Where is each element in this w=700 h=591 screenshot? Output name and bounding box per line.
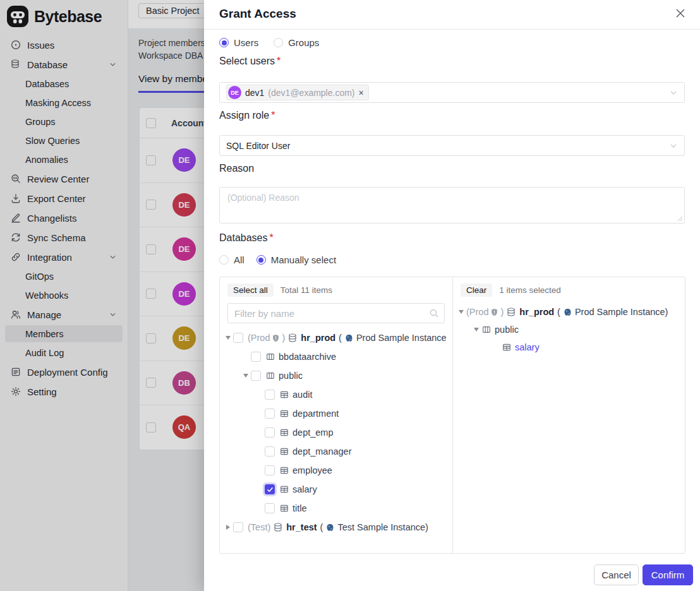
caret-down-icon[interactable] — [474, 328, 479, 331]
tree-checkbox-employee[interactable] — [265, 465, 275, 475]
cancel-button[interactable]: Cancel — [594, 564, 639, 585]
tree-row-dept-emp[interactable]: dept_emp — [223, 423, 452, 442]
grant-access-modal: Grant Access Users Groups Select users* … — [204, 0, 700, 591]
tree-checkbox-title[interactable] — [265, 503, 275, 513]
instance-label: (Test Sample Instance) — [320, 522, 428, 532]
modal-title: Grant Access — [219, 7, 296, 21]
total-items-text: Total 11 items — [281, 285, 332, 295]
required-asterisk: * — [271, 110, 275, 121]
chevron-down-icon — [669, 141, 678, 150]
remove-chip-icon[interactable]: × — [359, 88, 364, 98]
schema-icon — [265, 352, 275, 362]
assign-role-value: SQL Editor User — [226, 141, 290, 151]
radio-dot — [219, 255, 229, 265]
instance-label: (Prod Sample Instance — [339, 333, 447, 343]
transfer-target-pane: Clear 1 items selected (Prod)hr_prod(Pro… — [453, 277, 685, 553]
reason-label: Reason — [219, 163, 254, 174]
caret-down-icon[interactable] — [243, 374, 248, 378]
tree-row-audit[interactable]: audit — [223, 385, 452, 404]
radio-manually-select[interactable]: Manually select — [256, 254, 336, 265]
tree-row-department[interactable]: department — [223, 404, 452, 423]
tree-caret[interactable] — [456, 310, 466, 314]
member-type-radio-group: Users Groups — [219, 37, 319, 48]
resize-grip-icon[interactable] — [677, 216, 683, 222]
filter-input[interactable] — [227, 303, 445, 323]
search-icon — [429, 308, 439, 318]
tree-node-label: employee — [293, 465, 332, 475]
tree-row-public[interactable]: public — [223, 366, 452, 385]
radio-all[interactable]: All — [219, 254, 244, 265]
tree-checkbox-hr-test[interactable] — [233, 522, 243, 532]
tree-caret[interactable] — [471, 328, 481, 331]
radio-users[interactable]: Users — [219, 37, 258, 48]
tree-row-hr-prod[interactable]: (Prod)hr_prod(Prod Sample Instance) — [456, 303, 685, 321]
tree-caret[interactable] — [223, 525, 233, 530]
select-users-label: Select users* — [219, 56, 281, 67]
tree-row-dept-manager[interactable]: dept_manager — [223, 442, 452, 461]
select-all-button[interactable]: Select all — [227, 284, 274, 297]
select-users-input[interactable]: DE dev1 (dev1@example.com) × — [219, 82, 685, 103]
tree-row-hr-test[interactable]: (Test)hr_test(Test Sample Instance) — [223, 518, 452, 537]
postgres-icon — [563, 307, 572, 317]
tree-caret[interactable] — [241, 374, 251, 378]
tree-node-label: salary — [515, 342, 540, 352]
tree-node-label: salary — [293, 484, 317, 494]
chevron-down-icon — [669, 88, 678, 97]
table-icon — [279, 446, 289, 457]
transfer-source-pane: Select all Total 11 items (Prod)hr_prod(… — [220, 277, 453, 553]
tree-checkbox-dept-emp[interactable] — [265, 427, 275, 438]
tree-node-label: hr_prod — [519, 307, 554, 317]
assign-role-label: Assign role* — [219, 110, 275, 121]
reason-textarea[interactable] — [219, 187, 685, 224]
clear-button[interactable]: Clear — [461, 284, 492, 297]
required-asterisk: * — [277, 56, 281, 66]
filter-field — [227, 303, 445, 323]
tree-checkbox-public[interactable] — [251, 371, 261, 381]
close-icon[interactable] — [674, 7, 687, 20]
avatar: DE — [228, 86, 241, 99]
caret-right-icon[interactable] — [226, 525, 230, 530]
tree-caret[interactable] — [223, 336, 233, 340]
radio-groups[interactable]: Groups — [274, 37, 319, 48]
tree-row-employee[interactable]: employee — [223, 461, 452, 480]
schema-icon — [481, 325, 492, 335]
user-chip: DE dev1 (dev1@example.com) × — [226, 85, 369, 100]
table-icon — [502, 342, 512, 352]
tree-node-label: dept_manager — [293, 446, 352, 457]
caret-down-icon[interactable] — [226, 336, 231, 340]
tree-node-label: hr_prod — [301, 333, 335, 343]
table-icon — [279, 465, 289, 475]
shield-icon — [271, 333, 281, 343]
tree-row-hr-prod[interactable]: (Prod)hr_prod(Prod Sample Instance — [223, 328, 452, 347]
tree-checkbox-dept-manager[interactable] — [265, 446, 275, 457]
tree-node-label: bbdataarchive — [279, 352, 336, 362]
confirm-button[interactable]: Confirm — [643, 564, 693, 585]
table-icon — [279, 409, 289, 419]
tree-row-bbdataarchive[interactable]: bbdataarchive — [223, 347, 452, 366]
tree-node-label: audit — [293, 390, 312, 400]
tree-row-salary[interactable]: salary — [223, 480, 452, 499]
selected-count-text: 1 items selected — [499, 285, 561, 295]
assign-role-select[interactable]: SQL Editor User — [219, 135, 685, 156]
table-icon — [279, 427, 289, 438]
tree-checkbox-bbdataarchive[interactable] — [251, 352, 261, 362]
tree-checkbox-hr-prod[interactable] — [233, 333, 243, 343]
radio-dot — [219, 38, 229, 47]
table-icon — [279, 390, 289, 400]
tree-node-label: public — [495, 325, 519, 335]
databases-radio-group: All Manually select — [219, 254, 336, 265]
required-asterisk: * — [270, 232, 274, 243]
tree-node-label: public — [279, 371, 303, 381]
tree-row-title[interactable]: title — [223, 499, 452, 518]
caret-down-icon[interactable] — [459, 310, 464, 314]
tree-row-salary[interactable]: salary — [456, 338, 685, 356]
instance-label: (Prod Sample Instance) — [557, 307, 668, 317]
tree-node-label: dept_emp — [293, 427, 334, 438]
schema-icon — [265, 371, 275, 381]
tree-checkbox-department[interactable] — [265, 409, 275, 419]
tree-checkbox-salary[interactable] — [265, 484, 275, 494]
tree-row-public[interactable]: public — [456, 321, 685, 338]
tree-checkbox-audit[interactable] — [265, 390, 275, 400]
tree-node-label: title — [293, 503, 307, 513]
tree-node-label: department — [293, 409, 339, 419]
